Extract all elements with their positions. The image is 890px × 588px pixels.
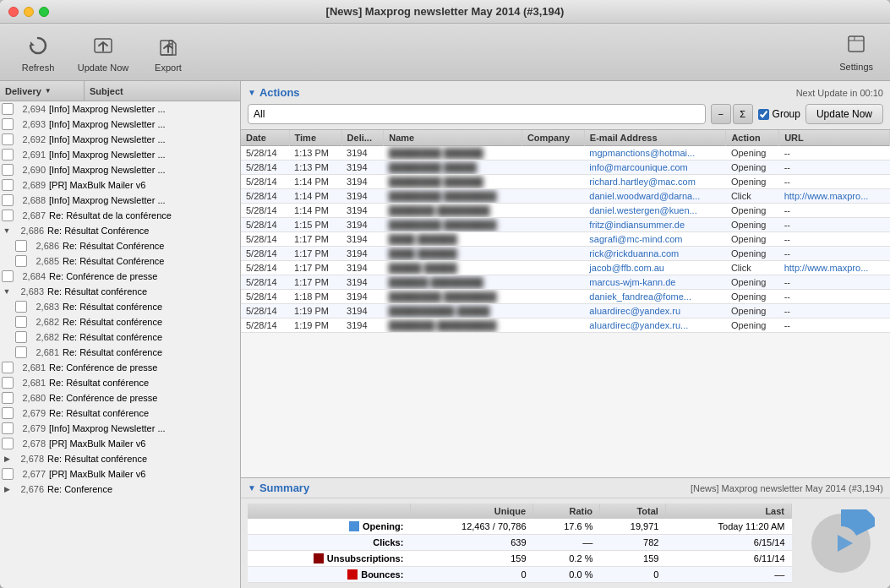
table-cell: 1:14 PM xyxy=(289,189,341,204)
table-row[interactable]: 5/28/141:17 PM3194██████ ████████marcus-… xyxy=(241,275,890,290)
data-table[interactable]: DateTimeDeli...NameCompanyE-mail Address… xyxy=(241,130,890,477)
minimize-button[interactable] xyxy=(24,7,34,17)
item-checkbox[interactable] xyxy=(2,149,14,161)
table-cell: 1:15 PM xyxy=(289,218,341,232)
item-checkbox[interactable] xyxy=(15,240,27,252)
disclosure-triangle[interactable]: ▶ xyxy=(2,454,12,464)
update-now-toolbar-button[interactable]: Update Now xyxy=(69,29,137,76)
item-num: 2,688 xyxy=(15,195,46,205)
table-row[interactable]: 5/28/141:13 PM3194████████ ██████mgpmanc… xyxy=(241,146,890,161)
sidebar-item[interactable]: 2,694[Info] Maxprog Newsletter ... xyxy=(0,101,240,117)
item-checkbox[interactable] xyxy=(15,255,27,267)
maximize-button[interactable] xyxy=(39,7,49,17)
sidebar-item[interactable]: 2,688[Info] Maxprog Newsletter ... xyxy=(0,193,240,208)
sidebar-item[interactable]: 2,693[Info] Maxprog Newsletter ... xyxy=(0,117,240,132)
sidebar-item[interactable]: ▶2,676Re: Conference xyxy=(0,482,240,497)
item-checkbox[interactable] xyxy=(2,377,14,389)
item-checkbox[interactable] xyxy=(15,346,27,358)
item-checkbox[interactable] xyxy=(2,270,14,282)
table-col-name[interactable]: Name xyxy=(384,130,522,146)
update-now-button[interactable]: Update Now xyxy=(805,104,883,124)
item-checkbox[interactable] xyxy=(2,392,14,404)
item-checkbox[interactable] xyxy=(2,179,14,191)
sidebar-item[interactable]: ▼2,686Re: Résultat Conférence xyxy=(0,223,240,238)
item-checkbox[interactable] xyxy=(2,362,14,373)
sidebar-item[interactable]: 2,686Re: Résultat Conférence xyxy=(0,238,240,253)
sidebar-item[interactable]: 2,681Re: Résultat conférence xyxy=(0,345,240,360)
table-cell: 5/28/14 xyxy=(241,204,289,218)
col-delivery[interactable]: Delivery ▼ xyxy=(0,81,85,101)
item-checkbox[interactable] xyxy=(15,331,27,343)
item-checkbox[interactable] xyxy=(2,194,14,206)
summary-disclosure-arrow[interactable]: ▼ xyxy=(248,483,256,493)
sidebar-item[interactable]: 2,683Re: Résultat conférence xyxy=(0,299,240,314)
table-cell: 3194 xyxy=(341,275,384,290)
disclosure-triangle[interactable]: ▶ xyxy=(2,484,12,494)
table-row[interactable]: 5/28/141:18 PM3194████████ ████████danie… xyxy=(241,290,890,304)
table-row[interactable]: 5/28/141:17 PM3194████ ██████sagrafi@mc-… xyxy=(241,232,890,247)
sidebar-item[interactable]: 2,677[PR] MaxBulk Mailer v6 xyxy=(0,466,240,482)
sidebar-item[interactable]: 2,679[Info] Maxprog Newsletter ... xyxy=(0,421,240,436)
sidebar-item[interactable]: 2,682Re: Résultat conférence xyxy=(0,314,240,329)
table-row[interactable]: 5/28/141:14 PM3194████████ ██████richard… xyxy=(241,175,890,189)
sidebar-item[interactable]: 2,682Re: Résultat conférence xyxy=(0,329,240,345)
sidebar-item[interactable]: 2,691[Info] Maxprog Newsletter ... xyxy=(0,147,240,162)
item-checkbox[interactable] xyxy=(2,438,14,449)
table-cell: Click xyxy=(726,261,779,275)
sidebar-list[interactable]: 2,694[Info] Maxprog Newsletter ...2,693[… xyxy=(0,101,240,588)
sidebar-item[interactable]: 2,679Re: Résultat conférence xyxy=(0,406,240,421)
filter-select[interactable]: All Openings Clicks Unsubscriptions Boun… xyxy=(248,104,706,124)
group-checkbox[interactable] xyxy=(758,109,769,120)
export-button[interactable]: Export xyxy=(139,29,198,76)
table-col-deli[interactable]: Deli... xyxy=(341,130,384,146)
sidebar-item[interactable]: 2,678[PR] MaxBulk Mailer v6 xyxy=(0,436,240,451)
table-col-emailaddress[interactable]: E-mail Address xyxy=(584,130,726,146)
sidebar-item[interactable]: ▼2,683Re: Résultat conférence xyxy=(0,284,240,299)
item-checkbox[interactable] xyxy=(2,210,14,221)
actions-disclosure-arrow[interactable]: ▼ xyxy=(248,88,256,97)
filter-minus-button[interactable]: − xyxy=(711,104,731,124)
table-row[interactable]: 5/28/141:19 PM3194██████████ █████aluard… xyxy=(241,304,890,318)
table-col-action[interactable]: Action xyxy=(726,130,779,146)
item-checkbox[interactable] xyxy=(15,301,27,313)
item-checkbox[interactable] xyxy=(2,103,14,115)
col-subject[interactable]: Subject xyxy=(85,81,240,101)
item-checkbox[interactable] xyxy=(2,407,14,419)
item-checkbox[interactable] xyxy=(2,133,14,145)
sidebar-item[interactable]: 2,687Re: Résultat de la conférence xyxy=(0,208,240,223)
item-checkbox[interactable] xyxy=(2,118,14,130)
item-checkbox[interactable] xyxy=(2,164,14,176)
item-checkbox[interactable] xyxy=(2,468,14,480)
refresh-button[interactable]: Refresh xyxy=(8,29,68,76)
sidebar-item[interactable]: 2,685Re: Résultat Conférence xyxy=(0,253,240,269)
table-row[interactable]: 5/28/141:13 PM3194████████ █████info@mar… xyxy=(241,161,890,175)
sidebar-item[interactable]: 2,680Re: Conférence de presse xyxy=(0,390,240,406)
table-cell: -- xyxy=(779,175,890,189)
sidebar-item[interactable]: 2,684Re: Conférence de presse xyxy=(0,269,240,284)
sidebar-item[interactable]: 2,681Re: Conférence de presse xyxy=(0,360,240,375)
sidebar-item[interactable]: ▶2,678Re: Résultat conférence xyxy=(0,451,240,466)
filter-sigma-button[interactable]: Σ xyxy=(733,104,753,124)
table-row[interactable]: 5/28/141:14 PM3194████████ ████████danie… xyxy=(241,189,890,204)
table-cell: Opening xyxy=(726,232,779,247)
table-col-time[interactable]: Time xyxy=(289,130,341,146)
sidebar-item[interactable]: 2,689[PR] MaxBulk Mailer v6 xyxy=(0,177,240,193)
item-checkbox[interactable] xyxy=(15,316,27,328)
sidebar-item[interactable]: 2,681Re: Résultat conférence xyxy=(0,375,240,390)
group-label[interactable]: Group xyxy=(773,108,800,120)
table-row[interactable]: 5/28/141:15 PM3194████████ ████████fritz… xyxy=(241,218,890,232)
table-row[interactable]: 5/28/141:17 PM3194████ ██████rick@rickdu… xyxy=(241,247,890,261)
disclosure-triangle[interactable]: ▼ xyxy=(2,286,12,297)
table-col-url[interactable]: URL xyxy=(779,130,890,146)
sidebar-item[interactable]: 2,690[Info] Maxprog Newsletter ... xyxy=(0,162,240,177)
disclosure-triangle[interactable]: ▼ xyxy=(2,226,12,236)
settings-button[interactable]: Settings xyxy=(831,27,882,77)
table-row[interactable]: 5/28/141:14 PM3194███████ ████████daniel… xyxy=(241,204,890,218)
table-col-date[interactable]: Date xyxy=(241,130,289,146)
sidebar-item[interactable]: 2,692[Info] Maxprog Newsletter ... xyxy=(0,132,240,147)
close-button[interactable] xyxy=(8,7,19,17)
item-checkbox[interactable] xyxy=(2,422,14,434)
table-row[interactable]: 5/28/141:19 PM3194███████ █████████aluar… xyxy=(241,318,890,333)
table-col-company[interactable]: Company xyxy=(521,130,584,146)
table-row[interactable]: 5/28/141:17 PM3194█████ █████jacob@ffb.c… xyxy=(241,261,890,275)
